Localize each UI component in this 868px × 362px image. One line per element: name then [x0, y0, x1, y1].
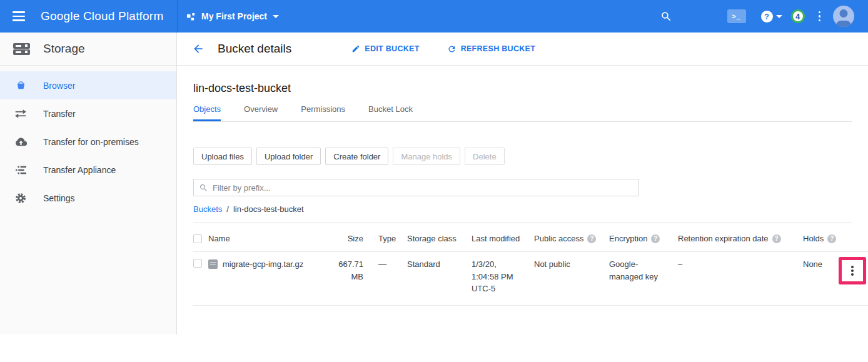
column-header-label: Retention expiration date	[678, 234, 769, 243]
edit-bucket-button[interactable]: EDIT BUCKET	[351, 44, 419, 53]
menu-hamburger-icon[interactable]	[13, 11, 25, 21]
breadcrumb: Buckets / lin-docs-test-bucket	[193, 204, 868, 214]
column-header-public-access: Public access ?	[534, 234, 609, 243]
notifications-badge[interactable]: 4	[791, 9, 805, 23]
breadcrumb-separator: /	[226, 204, 229, 214]
column-header-last-modified: Last modified	[472, 234, 534, 243]
more-options-icon[interactable]	[819, 11, 821, 22]
upload-files-button[interactable]: Upload files	[193, 148, 252, 165]
upload-folder-button[interactable]: Upload folder	[256, 148, 321, 165]
create-folder-button[interactable]: Create folder	[325, 148, 388, 165]
top-navigation-bar: Google Cloud Platform My First Project >…	[0, 0, 868, 33]
help-icon[interactable]: ?	[772, 234, 781, 243]
tab-overview[interactable]: Overview	[244, 104, 278, 121]
topbar-brand-area: Google Cloud Platform	[0, 0, 178, 33]
select-all-checkbox[interactable]	[193, 234, 202, 243]
column-header-type: Type	[363, 234, 407, 243]
page-header-row: Storage Bucket details EDIT BUCKET REFRE…	[0, 33, 868, 66]
project-name: My First Project	[201, 11, 267, 21]
cell-size: 667.71 MB	[333, 258, 363, 283]
help-icon[interactable]: ?	[587, 234, 596, 243]
chevron-down-icon	[776, 15, 782, 18]
help-icon[interactable]: ?	[827, 234, 836, 243]
tab-permissions[interactable]: Permissions	[301, 104, 345, 121]
refresh-icon	[447, 44, 457, 54]
breadcrumb-buckets-link[interactable]: Buckets	[193, 204, 222, 214]
column-header-retention: Retention expiration date ?	[678, 234, 803, 243]
annotation-highlight-box	[839, 257, 866, 284]
sidebar-item-label: Transfer for on-premises	[43, 137, 139, 147]
sidebar-item-label: Browser	[43, 81, 75, 91]
cell-encryption: Google-managed key	[609, 258, 678, 283]
objects-toolbar: Upload files Upload folder Create folder…	[193, 148, 868, 165]
pencil-icon	[351, 44, 360, 53]
topbar-actions: >_ ? 4	[660, 6, 868, 27]
cloud-upload-icon	[14, 138, 27, 146]
row-checkbox[interactable]	[193, 259, 202, 268]
table-header-row: Name Size Type Storage class Last modifi…	[193, 223, 868, 252]
sidebar-item-label: Transfer Appliance	[43, 165, 116, 175]
bucket-tabs: Objects Overview Permissions Bucket Lock	[193, 104, 868, 121]
refresh-bucket-button[interactable]: REFRESH BUCKET	[447, 44, 535, 54]
file-icon	[208, 259, 218, 269]
sidebar-item-settings[interactable]: Settings	[0, 184, 176, 212]
help-icon[interactable]: ?	[651, 234, 660, 243]
filter-input[interactable]	[213, 183, 633, 193]
cell-storage-class: Standard	[407, 258, 472, 271]
cloud-shell-icon[interactable]: >_	[727, 9, 746, 23]
transfer-arrows-icon	[14, 109, 27, 118]
help-menu[interactable]: ?	[761, 11, 782, 23]
sidebar-item-browser[interactable]: Browser	[0, 71, 176, 99]
bucket-icon	[14, 80, 27, 91]
column-header-label: Encryption	[609, 234, 647, 243]
refresh-bucket-label: REFRESH BUCKET	[461, 44, 535, 53]
cell-public-access: Not public	[534, 258, 609, 271]
search-icon	[199, 183, 208, 193]
column-header-storage-class: Storage class	[407, 234, 472, 243]
cell-holds: None	[803, 258, 837, 271]
row-actions-menu-icon[interactable]	[851, 266, 854, 276]
chevron-down-icon	[273, 15, 279, 18]
objects-table: Name Size Type Storage class Last modifi…	[193, 223, 868, 306]
table-row: migrate-gcp-img.tar.gz 667.71 MB — Stand…	[193, 252, 868, 306]
bucket-details-header: Bucket details EDIT BUCKET REFRESH BUCKE…	[177, 33, 868, 66]
page-title: Bucket details	[218, 42, 291, 56]
sidebar: Browser Transfer Transfer for on-premise…	[0, 66, 177, 334]
appliance-list-icon	[14, 166, 27, 174]
tabs-divider	[193, 121, 852, 122]
gear-icon	[14, 193, 27, 204]
project-switcher[interactable]: My First Project	[186, 11, 279, 21]
avatar[interactable]	[833, 6, 854, 27]
product-title: Storage	[43, 42, 85, 56]
help-icon: ?	[761, 11, 773, 23]
object-name-link[interactable]: migrate-gcp-img.tar.gz	[223, 258, 303, 271]
column-header-name: Name	[208, 234, 333, 243]
tab-bucket-lock[interactable]: Bucket Lock	[368, 104, 413, 121]
filter-by-prefix-field[interactable]	[193, 179, 639, 196]
gcp-logo[interactable]: Google Cloud Platform	[41, 9, 163, 23]
project-icon	[186, 12, 196, 21]
column-header-label: Public access	[534, 234, 583, 243]
cell-type: —	[363, 258, 407, 271]
search-icon[interactable]	[660, 11, 672, 23]
column-header-encryption: Encryption ?	[609, 234, 678, 243]
sidebar-item-transfer-on-premises[interactable]: Transfer for on-premises	[0, 128, 176, 156]
edit-bucket-label: EDIT BUCKET	[365, 44, 419, 53]
tab-objects[interactable]: Objects	[193, 104, 221, 121]
delete-button: Delete	[465, 148, 505, 165]
sidebar-item-label: Settings	[43, 193, 75, 203]
manage-holds-button: Manage holds	[393, 148, 460, 165]
storage-product-icon	[13, 43, 30, 56]
sidebar-item-label: Transfer	[43, 109, 76, 119]
sidebar-item-transfer-appliance[interactable]: Transfer Appliance	[0, 156, 176, 184]
column-header-holds: Holds ?	[803, 234, 837, 243]
bucket-name-title: lin-docs-test-bucket	[193, 82, 868, 95]
bucket-details-content: lin-docs-test-bucket Objects Overview Pe…	[177, 66, 868, 334]
back-arrow-icon[interactable]	[192, 43, 204, 55]
breadcrumb-current: lin-docs-test-bucket	[233, 204, 304, 214]
sidebar-item-transfer[interactable]: Transfer	[0, 99, 176, 128]
product-header: Storage	[0, 33, 177, 66]
column-header-size: Size	[333, 234, 363, 243]
column-header-label: Holds	[803, 234, 824, 243]
cell-retention: –	[678, 258, 803, 271]
